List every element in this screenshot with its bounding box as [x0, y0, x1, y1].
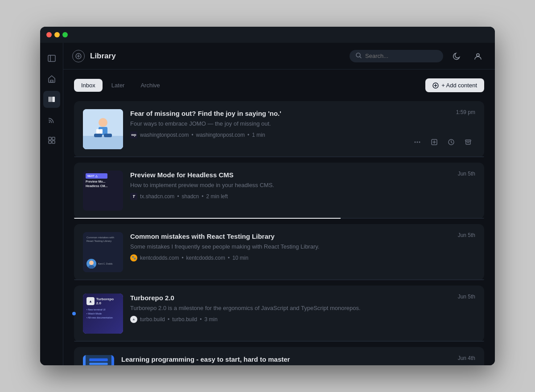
source-icon: T [130, 193, 137, 200]
unread-indicator [72, 312, 76, 315]
tab-bar: Inbox Later Archive + Add content [74, 78, 484, 92]
article-timestamp: Jun 5th [458, 294, 475, 300]
source-icon: ▲ [130, 316, 137, 323]
article-timestamp: 1:59 pm [456, 109, 475, 115]
topbar: Library [63, 43, 495, 69]
clock-button[interactable] [444, 135, 458, 149]
article-content: Turborepo 2.0 Turborepo 2.0 is a milesto… [130, 294, 475, 334]
source-name: turbo.build [140, 316, 165, 323]
article-title: Learning programming - easy to start, ha… [121, 355, 475, 364]
article-content: Preview Mode for Headless CMS How to imp… [130, 171, 475, 211]
fullscreen-button[interactable] [62, 32, 68, 37]
page-title: Library [90, 52, 116, 61]
source-icon: wp [130, 131, 137, 139]
article-thumbnail: Common mistakes withReact Testing Librar… [83, 232, 123, 272]
app-window: Library [40, 27, 495, 365]
add-content-button[interactable]: + Add content [425, 78, 484, 92]
article-content: Learning programming - easy to start, ha… [121, 355, 475, 365]
search-icon [356, 53, 362, 60]
source-name2: kentcdodds.com [186, 255, 225, 261]
svg-line-15 [360, 57, 361, 58]
article-card[interactable]: Fear of missing out? Find the joy in say… [74, 101, 484, 157]
feed-icon[interactable] [43, 111, 60, 128]
svg-point-35 [89, 261, 94, 265]
traffic-lights [46, 32, 68, 37]
article-excerpt: Some mistakes I frequently see people ma… [130, 243, 475, 251]
save-later-button[interactable] [427, 135, 441, 149]
svg-rect-7 [49, 137, 51, 140]
close-button[interactable] [46, 32, 52, 37]
svg-point-16 [477, 53, 479, 56]
app-body: Library [40, 43, 495, 365]
svg-rect-5 [52, 97, 55, 102]
more-options-button[interactable] [410, 135, 424, 149]
article-thumbnail: ▲ Turborepo 2.0 • New terminal UI • Watc… [83, 294, 123, 334]
svg-rect-10 [52, 141, 55, 143]
article-excerpt: Turborepo 2.0 is a milestone for the erg… [130, 304, 475, 312]
article-card[interactable]: Learning programming - easy to start, ha… [74, 347, 484, 365]
home-icon[interactable] [43, 70, 60, 87]
tab-inbox[interactable]: Inbox [74, 79, 103, 92]
archive-button[interactable] [461, 135, 475, 149]
svg-rect-33 [465, 140, 471, 141]
svg-rect-24 [94, 134, 102, 137]
svg-rect-38 [89, 363, 107, 365]
article-timestamp: Jun 5th [458, 232, 475, 238]
tab-later[interactable]: Later [104, 79, 132, 92]
article-thumbnail: NEXT △ Preview Mo... Headless CM... [83, 171, 123, 211]
svg-rect-9 [49, 141, 51, 143]
source-name2: shadcn [182, 193, 199, 200]
new-item-button[interactable] [72, 50, 85, 62]
minimize-button[interactable] [54, 32, 60, 37]
article-title: Fear of missing out? Find the joy in say… [130, 109, 475, 118]
article-excerpt: Four ways to embrace JOMO — the joy of m… [130, 120, 475, 128]
svg-rect-37 [89, 358, 107, 361]
article-title: Preview Mode for Headless CMS [130, 171, 475, 180]
library-icon[interactable] [43, 91, 60, 108]
source-name: washingtonpost.com [140, 132, 189, 138]
add-content-label: + Add content [441, 82, 477, 89]
article-excerpt: How to implement preview mode in your he… [130, 181, 475, 189]
titlebar [40, 27, 495, 43]
user-button[interactable] [470, 48, 486, 64]
svg-rect-8 [52, 137, 55, 140]
article-thumbnail [83, 355, 114, 365]
main-area: Library [63, 43, 495, 365]
sidebar-toggle-icon[interactable] [43, 50, 60, 67]
article-meta: 🐾 kentcdodds.com • kentcdodds.com • 10 m… [130, 254, 475, 261]
search-bar[interactable] [350, 50, 443, 62]
svg-point-22 [99, 118, 107, 127]
article-timestamp: Jun 4th [458, 355, 475, 361]
grid-icon[interactable] [43, 132, 60, 149]
read-time: 2 min left [206, 193, 228, 200]
content-area[interactable]: Inbox Later Archive + Add content [63, 69, 495, 365]
article-card[interactable]: Common mistakes withReact Testing Librar… [74, 224, 484, 280]
article-title: Turborepo 2.0 [130, 294, 475, 302]
svg-rect-0 [48, 55, 55, 61]
dark-mode-button[interactable] [449, 48, 465, 64]
tab-archive[interactable]: Archive [133, 79, 167, 92]
read-time: 10 min [232, 255, 248, 261]
svg-point-29 [417, 142, 418, 143]
search-input[interactable] [365, 53, 437, 59]
article-thumbnail [83, 109, 123, 149]
article-title: Common mistakes with React Testing Libra… [130, 232, 475, 241]
svg-rect-2 [50, 80, 53, 82]
source-name: kentcdodds.com [140, 255, 179, 261]
svg-point-30 [419, 142, 420, 143]
svg-point-6 [49, 122, 50, 123]
svg-rect-4 [50, 97, 52, 102]
read-time: 1 min [252, 132, 265, 138]
source-name2: turbo.build [172, 316, 197, 323]
article-card[interactable]: NEXT △ Preview Mo... Headless CM... Prev… [74, 163, 484, 219]
article-actions [410, 135, 475, 149]
source-name2: washingtonpost.com [196, 132, 245, 138]
svg-rect-25 [104, 134, 112, 137]
source-icon: 🐾 [130, 254, 137, 261]
svg-point-28 [415, 142, 416, 143]
article-card[interactable]: ▲ Turborepo 2.0 • New terminal UI • Watc… [74, 286, 484, 342]
read-time: 3 min [205, 316, 218, 323]
article-meta: T tx.shadcn.com • shadcn • 2 min left [130, 193, 475, 200]
article-timestamp: Jun 5th [458, 171, 475, 177]
icon-rail [40, 43, 63, 365]
